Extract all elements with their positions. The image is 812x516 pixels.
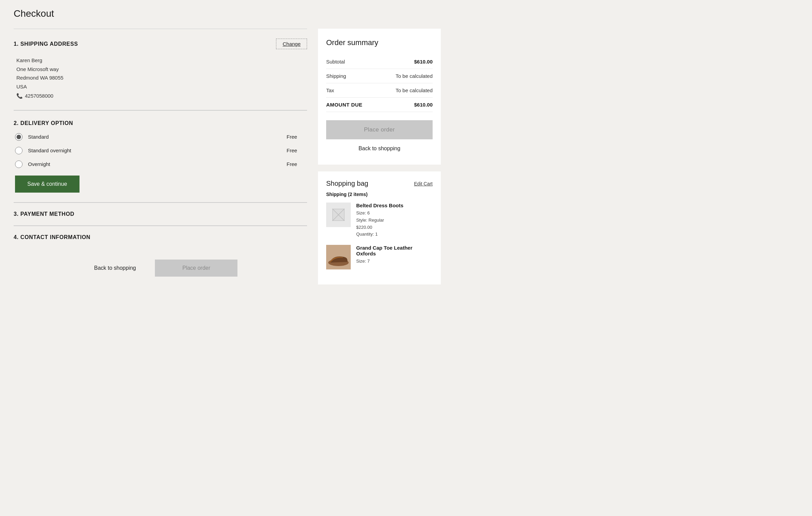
summary-row-total: AMOUNT DUE $610.00 — [326, 98, 433, 112]
item-price-1: $220.00 — [356, 224, 433, 231]
delivery-section-header: 2. DELIVERY OPTION — [14, 120, 307, 126]
delivery-option-overnight: Overnight Free — [15, 161, 307, 168]
phone-icon: 📞 — [16, 92, 23, 100]
shipping-title: 1. SHIPPING ADDRESS — [14, 41, 78, 47]
shipping-section: 1. SHIPPING ADDRESS Change Karen Berg On… — [14, 29, 307, 110]
right-column: Order summary Subtotal $610.00 Shipping … — [318, 29, 441, 284]
payment-title: 3. PAYMENT METHOD — [14, 211, 74, 217]
address-country: USA — [16, 82, 307, 91]
item-size-2: Size: 7 — [356, 258, 433, 265]
shipping-label-summary: Shipping — [326, 73, 346, 79]
delivery-price-overnight: Free — [287, 161, 307, 167]
phone-number: 4257058000 — [25, 92, 53, 100]
delivery-radio-overnight[interactable] — [15, 161, 23, 168]
delivery-radio-standard[interactable] — [15, 133, 23, 141]
payment-section: 3. PAYMENT METHOD — [14, 203, 307, 225]
summary-row-shipping: Shipping To be calculated — [326, 69, 433, 83]
left-column: 1. SHIPPING ADDRESS Change Karen Berg On… — [14, 29, 307, 282]
delivery-label-overnight[interactable]: Overnight — [28, 161, 281, 167]
tax-label: Tax — [326, 87, 334, 93]
summary-row-subtotal: Subtotal $610.00 — [326, 55, 433, 69]
delivery-label-standard-overnight[interactable]: Standard overnight — [28, 148, 281, 153]
bag-item-2: Grand Cap Toe Leather Oxfords Size: 7 — [326, 245, 433, 269]
item-meta-2: Size: 7 — [356, 258, 433, 265]
shopping-bag-card: Shopping bag Edit Cart Shipping (2 items… — [318, 171, 441, 284]
delivery-label-standard[interactable]: Standard — [28, 134, 281, 140]
item-name-1: Belted Dress Boots — [356, 203, 433, 208]
address-street: One Microsoft way — [16, 65, 307, 74]
item-meta-1: Size: 6 Style: Regular $220.00 Quantity:… — [356, 210, 433, 238]
item-details-1: Belted Dress Boots Size: 6 Style: Regula… — [356, 203, 433, 238]
item-size-1: Size: 6 — [356, 210, 433, 217]
address-city: Redmond WA 98055 — [16, 73, 307, 82]
item-name-2: Grand Cap Toe Leather Oxfords — [356, 245, 433, 256]
save-continue-button[interactable]: Save & continue — [15, 176, 79, 193]
item-image-2 — [326, 245, 351, 269]
item-details-2: Grand Cap Toe Leather Oxfords Size: 7 — [356, 245, 433, 269]
bag-header: Shopping bag Edit Cart — [326, 180, 433, 187]
delivery-price-standard: Free — [287, 134, 307, 140]
back-shopping-button-bottom[interactable]: Back to shopping — [83, 260, 147, 276]
contact-title: 4. CONTACT INFORMATION — [14, 234, 90, 240]
delivery-price-standard-overnight: Free — [287, 148, 307, 153]
item-style-1: Style: Regular — [356, 217, 433, 224]
change-address-button[interactable]: Change — [276, 39, 307, 49]
bottom-actions: Back to shopping Place order — [14, 260, 307, 282]
delivery-section: 2. DELIVERY OPTION Standard Free Standar… — [14, 110, 307, 202]
delivery-options-list: Standard Free Standard overnight Free Ov… — [15, 133, 307, 168]
contact-section: 4. CONTACT INFORMATION — [14, 226, 307, 249]
delivery-option-standard: Standard Free — [15, 133, 307, 141]
shipping-section-header: 1. SHIPPING ADDRESS Change — [14, 39, 307, 49]
item-qty-1: Quantity: 1 — [356, 231, 433, 238]
item-image-1 — [326, 203, 351, 227]
shopping-bag-title: Shopping bag — [326, 180, 368, 187]
back-shopping-button-right[interactable]: Back to shopping — [326, 141, 433, 156]
order-summary-card: Order summary Subtotal $610.00 Shipping … — [318, 29, 441, 165]
page-wrapper: Checkout 1. SHIPPING ADDRESS Change Kare… — [0, 0, 812, 516]
place-order-button[interactable]: Place order — [326, 120, 433, 139]
place-order-button-bottom[interactable]: Place order — [155, 260, 237, 277]
summary-row-tax: Tax To be calculated — [326, 83, 433, 98]
delivery-option-standard-overnight: Standard overnight Free — [15, 147, 307, 154]
delivery-radio-standard-overnight[interactable] — [15, 147, 23, 154]
total-value: $610.00 — [414, 102, 433, 108]
delivery-title: 2. DELIVERY OPTION — [14, 120, 73, 126]
subtotal-value: $610.00 — [414, 59, 433, 65]
page-title: Checkout — [14, 8, 798, 19]
bag-item-1: Belted Dress Boots Size: 6 Style: Regula… — [326, 203, 433, 238]
address-block: Karen Berg One Microsoft way Redmond WA … — [16, 56, 307, 100]
shipping-items-label: Shipping (2 items) — [326, 192, 433, 197]
subtotal-label: Subtotal — [326, 59, 345, 65]
phone-line: 📞 4257058000 — [16, 92, 307, 100]
edit-cart-button[interactable]: Edit Cart — [414, 181, 433, 186]
shipping-value: To be calculated — [396, 73, 433, 79]
total-label: AMOUNT DUE — [326, 102, 362, 108]
address-name: Karen Berg — [16, 56, 307, 65]
main-layout: 1. SHIPPING ADDRESS Change Karen Berg On… — [14, 29, 798, 284]
order-summary-title: Order summary — [326, 38, 433, 47]
tax-value: To be calculated — [396, 87, 433, 93]
